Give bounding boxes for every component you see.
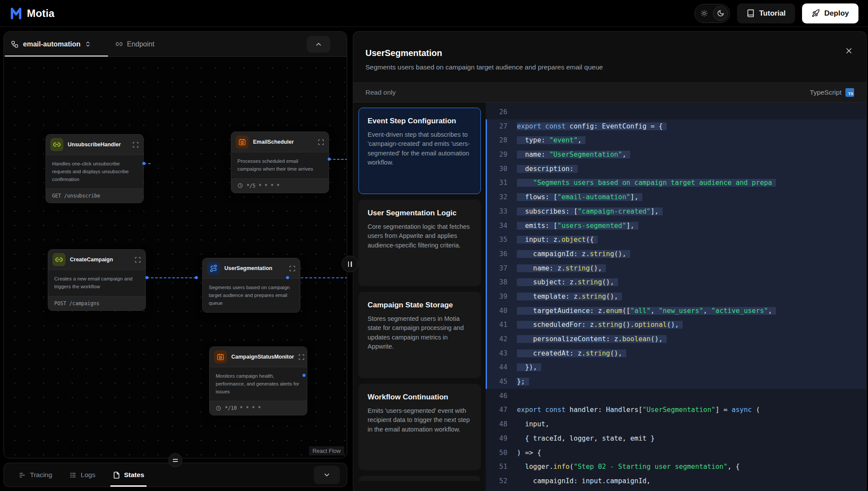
edge-emailscheduler-out xyxy=(329,159,347,160)
event-route-icon xyxy=(207,262,220,275)
code-line: 51 logger.info("Step 02 - Starting user … xyxy=(486,460,866,474)
rocket-icon xyxy=(812,9,820,17)
expand-node-icon[interactable] xyxy=(298,354,305,360)
node-title: CampaignStatusMonitor xyxy=(231,354,294,360)
section-card-event-step-configuration[interactable]: Event Step Configuration Event-driven st… xyxy=(358,108,481,194)
tutorial-button[interactable]: Tutorial xyxy=(737,3,795,23)
clock-icon xyxy=(216,405,221,411)
code-line: 46 xyxy=(486,389,866,403)
connector-dot xyxy=(195,276,198,279)
deploy-label: Deploy xyxy=(824,9,849,18)
section-body: Stores segmented users in Motia state fo… xyxy=(368,314,472,352)
code-line: 38 subject: z.string(), xyxy=(486,275,866,290)
logs-icon xyxy=(69,471,77,479)
app-header: Motia xyxy=(0,0,868,27)
expand-node-icon[interactable] xyxy=(135,257,141,263)
section-card-user-segmentation-logic[interactable]: User Segmentation Logic Core segmentatio… xyxy=(358,200,481,286)
tab-states[interactable]: States xyxy=(113,463,145,487)
light-mode-button[interactable] xyxy=(697,6,711,21)
node-header: CampaignStatusMonitor xyxy=(210,347,307,367)
code-line: 52 campaignId: input.campaignId, xyxy=(486,474,866,488)
node-header: UserSegmentation xyxy=(203,258,300,279)
motia-logo-icon xyxy=(10,7,23,20)
code-line: 43 createdAt: z.string(), xyxy=(486,346,866,361)
typescript-icon: TS xyxy=(845,88,854,97)
code-line: 26 xyxy=(486,105,866,119)
chevron-down-icon xyxy=(323,471,331,479)
theme-toggle[interactable] xyxy=(694,4,730,23)
tab-label: States xyxy=(124,471,145,479)
code-lines: 2627export const config: EventConfig = {… xyxy=(486,105,866,488)
section-title: User Segmentation Logic xyxy=(368,209,472,217)
flow-panel-header: email-automation Endpoint xyxy=(4,32,347,57)
section-card-partial[interactable] xyxy=(358,476,481,481)
moon-icon xyxy=(717,10,724,17)
calendar-clock-icon xyxy=(214,350,227,363)
section-body: Emits 'users-segmented' event with recip… xyxy=(368,406,472,434)
readonly-bar: Read only TypeScript TS xyxy=(353,82,866,102)
code-line: 34 emits: ["users-segmented"], xyxy=(486,219,866,233)
calendar-clock-icon xyxy=(236,135,249,148)
code-line: 47export const handler: Handlers["UserSe… xyxy=(486,403,866,417)
section-title: Event Step Configuration xyxy=(368,117,472,125)
endpoint-label: Endpoint xyxy=(127,40,154,48)
node-description: Processes scheduled email campaigns when… xyxy=(231,152,329,178)
node-cron-schedule: */5 * * * * xyxy=(231,178,329,193)
node-campaignstatusmonitor[interactable]: CampaignStatusMonitor Monitors campaign … xyxy=(209,346,307,415)
code-line: 49 { traceId, logger, state, emit } xyxy=(486,432,866,446)
workflow-icon xyxy=(11,40,19,48)
tracing-icon xyxy=(19,471,26,479)
node-createcampaign[interactable]: CreateCampaign Creates a new email campa… xyxy=(48,249,146,311)
file-icon xyxy=(113,471,120,479)
flow-canvas[interactable]: UnsubscribeHandler Handles one-click uns… xyxy=(4,57,347,458)
node-usersegmentation[interactable]: UserSegmentation Segments users based on… xyxy=(202,258,300,313)
panel-drag-handle[interactable] xyxy=(168,453,182,467)
react-flow-attribution[interactable]: React Flow xyxy=(309,446,344,455)
tutorial-label: Tutorial xyxy=(759,9,786,18)
node-endpoint: POST /campaigns xyxy=(48,296,145,310)
code-line: 32 flows: ["email-automation"], xyxy=(486,190,866,204)
collapse-panel-button[interactable] xyxy=(307,36,330,53)
section-card-campaign-state-storage[interactable]: Campaign State Storage Stores segmented … xyxy=(358,292,481,378)
panel-resize-handle[interactable] xyxy=(342,256,358,272)
code-line: 30 description: xyxy=(486,162,866,176)
code-line: 40 targetAudience: z.enum(["all", "new_u… xyxy=(486,304,866,318)
code-line: 45}; xyxy=(486,375,866,389)
deploy-button[interactable]: Deploy xyxy=(802,3,858,23)
node-title: UnsubscribeHandler xyxy=(68,142,128,148)
code-line: 36 campaignId: z.string(), xyxy=(486,247,866,261)
tab-tracing[interactable]: Tracing xyxy=(19,463,52,487)
section-card-workflow-continuation[interactable]: Workflow Continuation Emits 'users-segme… xyxy=(358,384,481,470)
node-cron-schedule: */10 * * * * xyxy=(210,401,307,415)
code-line: 50) => { xyxy=(486,446,866,460)
node-header: EmailScheduler xyxy=(231,132,329,152)
node-unsubscribehandler[interactable]: UnsubscribeHandler Handles one-click uns… xyxy=(46,134,144,203)
readonly-label: Read only xyxy=(365,89,396,96)
expand-node-icon[interactable] xyxy=(289,265,296,272)
expand-node-icon[interactable] xyxy=(132,142,139,148)
section-title: Workflow Continuation xyxy=(368,393,472,402)
language-label: TypeScript xyxy=(810,89,842,96)
chevrons-up-down-icon xyxy=(85,41,91,47)
expand-node-icon[interactable] xyxy=(318,139,324,145)
flow-selector[interactable]: email-automation xyxy=(11,40,91,48)
node-description: Creates a new email campaign and trigger… xyxy=(48,270,145,296)
code-editor[interactable]: 2627export const config: EventConfig = {… xyxy=(486,102,866,491)
collapse-bottom-bar-button[interactable] xyxy=(314,466,340,484)
connector-dot xyxy=(142,162,145,165)
code-line: 39 template: z.string(), xyxy=(486,290,866,304)
dark-mode-button[interactable] xyxy=(713,6,728,21)
section-body: Core segmentation logic that fetches use… xyxy=(368,222,472,250)
tab-logs[interactable]: Logs xyxy=(69,463,95,487)
code-line: 41 scheduledFor: z.string().optional(), xyxy=(486,318,866,332)
brand-name: Motia xyxy=(27,7,55,20)
node-header: CreateCampaign xyxy=(48,250,145,270)
section-list[interactable]: Event Step Configuration Event-driven st… xyxy=(353,102,486,491)
node-header: UnsubscribeHandler xyxy=(46,135,143,155)
code-line: 29 name: "UserSegmentation", xyxy=(486,148,866,162)
node-emailscheduler[interactable]: EmailScheduler Processes scheduled email… xyxy=(231,132,329,193)
step-subtitle: Segments users based on campaign target … xyxy=(365,63,851,71)
code-panel-header: UserSegmentation Segments users based on… xyxy=(353,32,866,82)
close-icon[interactable] xyxy=(845,46,853,55)
endpoint-tab[interactable]: Endpoint xyxy=(115,40,154,48)
